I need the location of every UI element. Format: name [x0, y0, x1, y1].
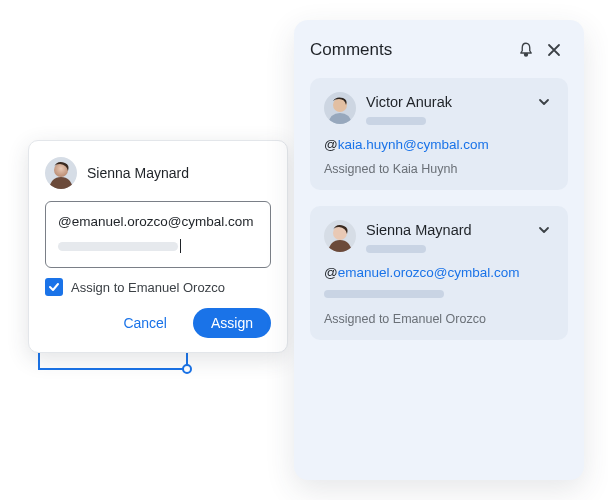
mention-popover: Sienna Maynard @emanuel.orozco@cymbal.co…	[28, 140, 288, 353]
popover-buttons: Cancel Assign	[45, 308, 271, 338]
comment-body-placeholder	[324, 290, 444, 298]
popover-author-name: Sienna Maynard	[87, 165, 189, 181]
timestamp-placeholder	[366, 245, 426, 253]
commenter-name: Sienna Maynard	[366, 222, 524, 238]
comments-panel-title: Comments	[310, 40, 512, 60]
popover-header: Sienna Maynard	[45, 157, 271, 189]
comment-card: Victor Anurak @kaia.huynh@cymbal.com Ass…	[310, 78, 568, 190]
comments-panel-header: Comments	[310, 36, 568, 64]
cancel-button[interactable]: Cancel	[105, 308, 185, 338]
comment-head: Sienna Maynard	[324, 220, 554, 253]
mention-link[interactable]: kaia.huynh@cymbal.com	[338, 137, 489, 152]
assign-checkbox-label: Assign to Emanuel Orozco	[71, 280, 225, 295]
chevron-down-icon	[537, 223, 551, 237]
mention-link[interactable]: emanuel.orozco@cymbal.com	[338, 265, 520, 280]
mention-input[interactable]: @emanuel.orozco@cymbal.com	[45, 201, 271, 268]
comment-head: Victor Anurak	[324, 92, 554, 125]
timestamp-placeholder	[366, 117, 426, 125]
text-caret	[180, 239, 181, 253]
check-icon	[48, 281, 60, 293]
close-button[interactable]	[540, 36, 568, 64]
assign-checkbox[interactable]	[45, 278, 63, 296]
input-placeholder-row	[58, 239, 258, 253]
comment-card: Sienna Maynard @emanuel.orozco@cymbal.co…	[310, 206, 568, 340]
placeholder-bar	[58, 242, 178, 251]
avatar	[324, 220, 356, 252]
commenter-name: Victor Anurak	[366, 94, 524, 110]
close-icon	[546, 42, 562, 58]
avatar	[324, 92, 356, 124]
comment-mention: @emanuel.orozco@cymbal.com	[324, 265, 554, 280]
mention-input-text: @emanuel.orozco@cymbal.com	[58, 214, 254, 229]
chevron-down-icon	[537, 95, 551, 109]
expand-button[interactable]	[534, 220, 554, 240]
avatar	[45, 157, 77, 189]
expand-button[interactable]	[534, 92, 554, 112]
comments-panel: Comments Victor Anurak	[294, 20, 584, 480]
assign-button[interactable]: Assign	[193, 308, 271, 338]
assigned-text: Assigned to Emanuel Orozco	[324, 312, 554, 326]
assigned-text: Assigned to Kaia Huynh	[324, 162, 554, 176]
bell-icon	[517, 41, 535, 59]
notifications-button[interactable]	[512, 36, 540, 64]
assign-checkbox-row[interactable]: Assign to Emanuel Orozco	[45, 278, 271, 296]
comment-mention: @kaia.huynh@cymbal.com	[324, 137, 554, 152]
